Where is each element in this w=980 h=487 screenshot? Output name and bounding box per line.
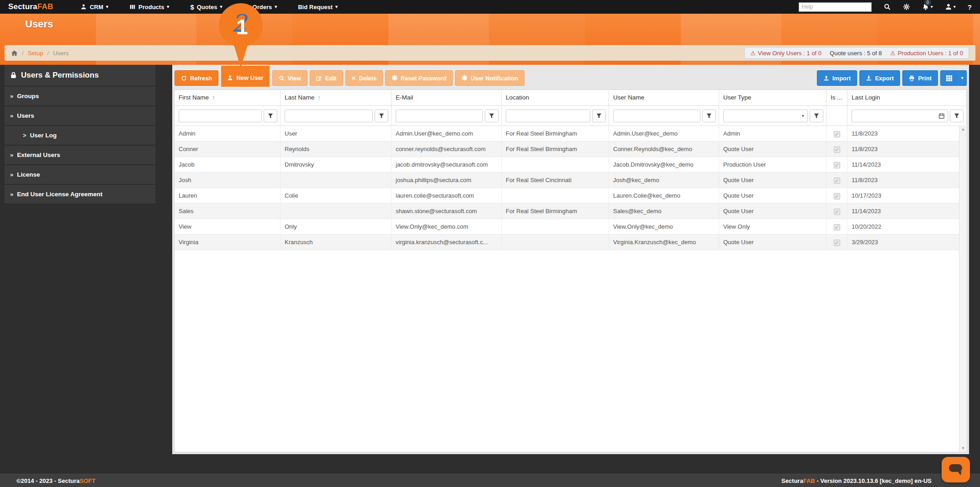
column-header-last-name[interactable]: Last Name↑ bbox=[281, 90, 392, 105]
email-filter-input[interactable] bbox=[396, 110, 483, 122]
sidebar-item-external-users[interactable]: »External Users bbox=[5, 146, 155, 165]
user-icon bbox=[80, 4, 87, 10]
sidebar-item-license[interactable]: »License bbox=[5, 165, 155, 185]
sidebar-item-user-log[interactable]: >User Log bbox=[5, 126, 155, 146]
sidebar-item-eula[interactable]: »End User License Agreement bbox=[5, 185, 155, 204]
column-header-first-name[interactable]: First Name↑ bbox=[175, 90, 281, 105]
caret-down-icon: ▾ bbox=[275, 5, 277, 9]
scroll-down-icon[interactable]: ▼ bbox=[961, 446, 965, 450]
user-name-filter-button[interactable] bbox=[702, 110, 716, 122]
grid-options-caret[interactable]: ▾ bbox=[958, 70, 967, 86]
chevrons-icon: » bbox=[10, 152, 13, 158]
location-filter-input[interactable] bbox=[506, 110, 590, 122]
gear-icon bbox=[903, 3, 910, 10]
nav-crm[interactable]: CRM ▾ bbox=[80, 4, 108, 10]
user-icon bbox=[945, 3, 952, 10]
production-users-alert: ⚠Production Users : 1 of 0 bbox=[890, 50, 963, 57]
scroll-up-icon[interactable]: ▲ bbox=[961, 127, 965, 131]
new-user-button[interactable]: New User bbox=[221, 65, 270, 87]
is-active-checkbox: ✓ bbox=[834, 240, 840, 246]
user-add-icon bbox=[227, 75, 233, 81]
nav-products[interactable]: Products ▾ bbox=[129, 4, 169, 10]
export-button[interactable]: Export bbox=[859, 70, 900, 86]
user-type-filter-select[interactable]: ▾ bbox=[723, 110, 808, 122]
table-row[interactable]: Conner Reynolds conner.reynolds@secturas… bbox=[175, 141, 967, 157]
view-only-users-alert: ⚠View Only Users : 1 of 0 bbox=[750, 50, 821, 57]
caret-down-icon: ▾ bbox=[106, 5, 108, 9]
is-active-checkbox: ✓ bbox=[834, 162, 840, 168]
table-row[interactable]: Josh joshua.phillips@sectura.com For Rea… bbox=[175, 173, 967, 188]
table-row[interactable]: Jacob Dmitrovsky jacob.dmitrovsky@sectur… bbox=[175, 157, 967, 173]
user-name-filter-input[interactable] bbox=[613, 110, 700, 122]
table-row[interactable]: Sales shawn.stone@secturasoft.com For Re… bbox=[175, 204, 967, 219]
notifications-button[interactable]: 0 ▾ bbox=[922, 3, 933, 10]
breadcrumb-current: Users bbox=[53, 50, 69, 57]
last-login-filter-input[interactable] bbox=[852, 110, 948, 122]
search-button[interactable] bbox=[884, 3, 891, 10]
funnel-icon bbox=[379, 113, 384, 119]
grid-vertical-scrollbar[interactable]: ▲ ▼ bbox=[959, 126, 967, 452]
column-header-location[interactable]: Location bbox=[502, 90, 609, 105]
table-row[interactable]: Admin User Admin.User@kec_demo.com For R… bbox=[175, 126, 967, 141]
last-name-filter-button[interactable] bbox=[375, 110, 388, 122]
sort-asc-icon: ↑ bbox=[212, 94, 215, 101]
funnel-icon bbox=[268, 113, 273, 119]
view-button[interactable]: View bbox=[272, 70, 307, 86]
user-notification-button[interactable]: ✱ User Notification bbox=[455, 70, 524, 86]
last-login-filter-button[interactable] bbox=[950, 110, 964, 122]
refresh-button[interactable]: Refresh bbox=[175, 70, 218, 86]
funnel-icon bbox=[814, 113, 819, 119]
chevron-icon: > bbox=[23, 132, 26, 139]
home-icon-link[interactable] bbox=[11, 50, 18, 57]
caret-down-icon: ▾ bbox=[954, 5, 956, 9]
account-button[interactable]: ▾ bbox=[945, 3, 956, 10]
column-header-user-name[interactable]: User Name bbox=[609, 90, 719, 105]
nav-bid-request[interactable]: Bid Request ▾ bbox=[298, 4, 338, 10]
nav-quotes[interactable]: $ Quotes ▾ bbox=[190, 3, 222, 11]
bars-icon bbox=[129, 4, 136, 10]
sidebar-item-groups[interactable]: »Groups bbox=[5, 87, 155, 106]
chevrons-icon: » bbox=[10, 191, 13, 198]
table-row[interactable]: Virginia Kranzusch virginia.kranzusch@se… bbox=[175, 235, 967, 250]
asterisk-icon: ✱ bbox=[392, 76, 397, 80]
reset-password-button[interactable]: ✱ Reset Password bbox=[385, 70, 453, 86]
is-active-checkbox: ✓ bbox=[834, 147, 840, 153]
breadcrumb-setup-link[interactable]: Setup bbox=[28, 50, 43, 57]
page-header: Users / Setup / Users ⚠View Only Users :… bbox=[0, 14, 980, 65]
chat-widget-button[interactable] bbox=[942, 457, 970, 482]
search-icon bbox=[884, 3, 891, 10]
user-type-filter-button[interactable] bbox=[810, 110, 823, 122]
funnel-icon bbox=[706, 113, 712, 119]
help-input[interactable] bbox=[799, 2, 872, 12]
grid-columns-button[interactable] bbox=[940, 70, 958, 86]
question-icon: ? bbox=[968, 3, 972, 11]
grid-header-row: First Name↑ Last Name↑ E-Mail Location U… bbox=[175, 90, 967, 105]
caret-down-icon: ▾ bbox=[167, 5, 169, 9]
first-name-filter-input[interactable] bbox=[179, 110, 262, 122]
email-filter-button[interactable] bbox=[485, 110, 498, 122]
app-logo[interactable]: SecturaFAB bbox=[8, 2, 53, 11]
column-header-user-type[interactable]: User Type bbox=[719, 90, 826, 105]
is-active-checkbox: ✓ bbox=[834, 131, 840, 137]
is-active-checkbox: ✓ bbox=[834, 209, 840, 215]
import-button[interactable]: Import bbox=[817, 70, 857, 86]
funnel-icon bbox=[596, 113, 602, 119]
location-filter-button[interactable] bbox=[592, 110, 606, 122]
table-row[interactable]: View Only View.Only@kec_demo.com View.On… bbox=[175, 219, 967, 235]
last-name-filter-input[interactable] bbox=[285, 110, 373, 122]
delete-button[interactable]: × Delete bbox=[345, 70, 383, 86]
caret-down-icon: ▾ bbox=[961, 76, 963, 80]
first-name-filter-button[interactable] bbox=[264, 110, 277, 122]
print-button[interactable]: Print bbox=[902, 70, 938, 86]
edit-button[interactable]: Edit bbox=[310, 70, 343, 86]
nav-orders[interactable]: Orders ▾ bbox=[244, 4, 277, 10]
table-row[interactable]: Lauren Colie lauren.colie@secturasoft.co… bbox=[175, 188, 967, 204]
column-header-last-login[interactable]: Last Login bbox=[848, 90, 967, 105]
settings-button[interactable] bbox=[903, 3, 910, 10]
column-header-is-active[interactable]: Is ... bbox=[826, 90, 848, 105]
help-button[interactable]: ? bbox=[968, 3, 972, 11]
calendar-icon bbox=[938, 113, 945, 119]
footer-version: SecturaFAB - Version 2023.10.13.6 [kec_d… bbox=[781, 477, 964, 484]
sidebar-item-users[interactable]: »Users bbox=[5, 106, 155, 126]
column-header-email[interactable]: E-Mail bbox=[392, 90, 502, 105]
